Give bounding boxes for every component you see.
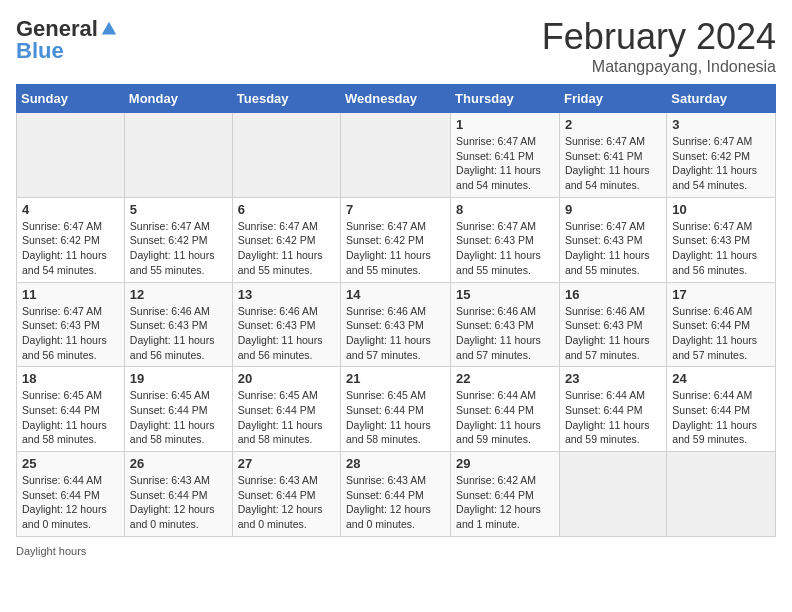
calendar-cell: 4Sunrise: 6:47 AM Sunset: 6:42 PM Daylig… — [17, 197, 125, 282]
day-info: Sunrise: 6:46 AM Sunset: 6:43 PM Dayligh… — [238, 304, 335, 363]
day-info: Sunrise: 6:45 AM Sunset: 6:44 PM Dayligh… — [238, 388, 335, 447]
day-number: 9 — [565, 202, 661, 217]
location-title: Matangpayang, Indonesia — [542, 58, 776, 76]
day-number: 24 — [672, 371, 770, 386]
day-number: 29 — [456, 456, 554, 471]
calendar-cell: 14Sunrise: 6:46 AM Sunset: 6:43 PM Dayli… — [341, 282, 451, 367]
calendar-week-row: 25Sunrise: 6:44 AM Sunset: 6:44 PM Dayli… — [17, 452, 776, 537]
day-number: 2 — [565, 117, 661, 132]
day-number: 15 — [456, 287, 554, 302]
header-tuesday: Tuesday — [232, 85, 340, 113]
daylight-hours-label: Daylight hours — [16, 545, 86, 557]
day-number: 17 — [672, 287, 770, 302]
day-info: Sunrise: 6:46 AM Sunset: 6:43 PM Dayligh… — [346, 304, 445, 363]
day-info: Sunrise: 6:47 AM Sunset: 6:41 PM Dayligh… — [456, 134, 554, 193]
calendar-cell: 23Sunrise: 6:44 AM Sunset: 6:44 PM Dayli… — [559, 367, 666, 452]
calendar-cell: 1Sunrise: 6:47 AM Sunset: 6:41 PM Daylig… — [451, 113, 560, 198]
day-info: Sunrise: 6:47 AM Sunset: 6:42 PM Dayligh… — [130, 219, 227, 278]
calendar-cell — [341, 113, 451, 198]
calendar-cell: 13Sunrise: 6:46 AM Sunset: 6:43 PM Dayli… — [232, 282, 340, 367]
header-monday: Monday — [124, 85, 232, 113]
day-number: 11 — [22, 287, 119, 302]
month-title: February 2024 — [542, 16, 776, 58]
header-friday: Friday — [559, 85, 666, 113]
day-info: Sunrise: 6:43 AM Sunset: 6:44 PM Dayligh… — [238, 473, 335, 532]
calendar-cell: 24Sunrise: 6:44 AM Sunset: 6:44 PM Dayli… — [667, 367, 776, 452]
day-info: Sunrise: 6:43 AM Sunset: 6:44 PM Dayligh… — [130, 473, 227, 532]
calendar-cell — [124, 113, 232, 198]
calendar-cell — [17, 113, 125, 198]
day-number: 25 — [22, 456, 119, 471]
logo: General Blue — [16, 16, 118, 64]
day-info: Sunrise: 6:47 AM Sunset: 6:43 PM Dayligh… — [22, 304, 119, 363]
calendar-cell — [232, 113, 340, 198]
day-number: 20 — [238, 371, 335, 386]
header-sunday: Sunday — [17, 85, 125, 113]
calendar-cell: 21Sunrise: 6:45 AM Sunset: 6:44 PM Dayli… — [341, 367, 451, 452]
calendar-header-row: SundayMondayTuesdayWednesdayThursdayFrid… — [17, 85, 776, 113]
logo-icon — [100, 20, 118, 38]
calendar-cell: 27Sunrise: 6:43 AM Sunset: 6:44 PM Dayli… — [232, 452, 340, 537]
day-number: 14 — [346, 287, 445, 302]
day-info: Sunrise: 6:47 AM Sunset: 6:43 PM Dayligh… — [565, 219, 661, 278]
day-info: Sunrise: 6:45 AM Sunset: 6:44 PM Dayligh… — [130, 388, 227, 447]
calendar-cell: 15Sunrise: 6:46 AM Sunset: 6:43 PM Dayli… — [451, 282, 560, 367]
day-info: Sunrise: 6:44 AM Sunset: 6:44 PM Dayligh… — [672, 388, 770, 447]
calendar-cell — [667, 452, 776, 537]
calendar-cell: 3Sunrise: 6:47 AM Sunset: 6:42 PM Daylig… — [667, 113, 776, 198]
day-info: Sunrise: 6:47 AM Sunset: 6:41 PM Dayligh… — [565, 134, 661, 193]
calendar-cell: 10Sunrise: 6:47 AM Sunset: 6:43 PM Dayli… — [667, 197, 776, 282]
day-number: 27 — [238, 456, 335, 471]
calendar-cell: 26Sunrise: 6:43 AM Sunset: 6:44 PM Dayli… — [124, 452, 232, 537]
title-block: February 2024 Matangpayang, Indonesia — [542, 16, 776, 76]
day-number: 7 — [346, 202, 445, 217]
calendar-cell: 6Sunrise: 6:47 AM Sunset: 6:42 PM Daylig… — [232, 197, 340, 282]
day-info: Sunrise: 6:47 AM Sunset: 6:43 PM Dayligh… — [456, 219, 554, 278]
day-number: 8 — [456, 202, 554, 217]
calendar-cell: 28Sunrise: 6:43 AM Sunset: 6:44 PM Dayli… — [341, 452, 451, 537]
day-info: Sunrise: 6:45 AM Sunset: 6:44 PM Dayligh… — [22, 388, 119, 447]
calendar-cell: 16Sunrise: 6:46 AM Sunset: 6:43 PM Dayli… — [559, 282, 666, 367]
day-number: 12 — [130, 287, 227, 302]
day-number: 21 — [346, 371, 445, 386]
calendar-cell: 2Sunrise: 6:47 AM Sunset: 6:41 PM Daylig… — [559, 113, 666, 198]
calendar-table: SundayMondayTuesdayWednesdayThursdayFrid… — [16, 84, 776, 537]
footer: Daylight hours — [16, 545, 776, 557]
calendar-cell — [559, 452, 666, 537]
svg-marker-0 — [102, 22, 116, 35]
day-number: 13 — [238, 287, 335, 302]
day-info: Sunrise: 6:45 AM Sunset: 6:44 PM Dayligh… — [346, 388, 445, 447]
calendar-week-row: 1Sunrise: 6:47 AM Sunset: 6:41 PM Daylig… — [17, 113, 776, 198]
day-number: 19 — [130, 371, 227, 386]
day-info: Sunrise: 6:46 AM Sunset: 6:43 PM Dayligh… — [130, 304, 227, 363]
day-info: Sunrise: 6:47 AM Sunset: 6:43 PM Dayligh… — [672, 219, 770, 278]
day-info: Sunrise: 6:44 AM Sunset: 6:44 PM Dayligh… — [22, 473, 119, 532]
day-info: Sunrise: 6:42 AM Sunset: 6:44 PM Dayligh… — [456, 473, 554, 532]
day-info: Sunrise: 6:47 AM Sunset: 6:42 PM Dayligh… — [238, 219, 335, 278]
day-number: 6 — [238, 202, 335, 217]
calendar-week-row: 11Sunrise: 6:47 AM Sunset: 6:43 PM Dayli… — [17, 282, 776, 367]
day-info: Sunrise: 6:43 AM Sunset: 6:44 PM Dayligh… — [346, 473, 445, 532]
day-info: Sunrise: 6:47 AM Sunset: 6:42 PM Dayligh… — [346, 219, 445, 278]
calendar-cell: 7Sunrise: 6:47 AM Sunset: 6:42 PM Daylig… — [341, 197, 451, 282]
calendar-cell: 22Sunrise: 6:44 AM Sunset: 6:44 PM Dayli… — [451, 367, 560, 452]
day-info: Sunrise: 6:44 AM Sunset: 6:44 PM Dayligh… — [565, 388, 661, 447]
header-saturday: Saturday — [667, 85, 776, 113]
calendar-cell: 25Sunrise: 6:44 AM Sunset: 6:44 PM Dayli… — [17, 452, 125, 537]
calendar-cell: 18Sunrise: 6:45 AM Sunset: 6:44 PM Dayli… — [17, 367, 125, 452]
calendar-week-row: 4Sunrise: 6:47 AM Sunset: 6:42 PM Daylig… — [17, 197, 776, 282]
calendar-cell: 20Sunrise: 6:45 AM Sunset: 6:44 PM Dayli… — [232, 367, 340, 452]
calendar-cell: 5Sunrise: 6:47 AM Sunset: 6:42 PM Daylig… — [124, 197, 232, 282]
day-number: 22 — [456, 371, 554, 386]
calendar-cell: 8Sunrise: 6:47 AM Sunset: 6:43 PM Daylig… — [451, 197, 560, 282]
calendar-cell: 29Sunrise: 6:42 AM Sunset: 6:44 PM Dayli… — [451, 452, 560, 537]
day-number: 18 — [22, 371, 119, 386]
calendar-cell: 17Sunrise: 6:46 AM Sunset: 6:44 PM Dayli… — [667, 282, 776, 367]
page-header: General Blue February 2024 Matangpayang,… — [16, 16, 776, 76]
day-info: Sunrise: 6:46 AM Sunset: 6:43 PM Dayligh… — [565, 304, 661, 363]
day-number: 23 — [565, 371, 661, 386]
day-info: Sunrise: 6:46 AM Sunset: 6:44 PM Dayligh… — [672, 304, 770, 363]
day-number: 28 — [346, 456, 445, 471]
calendar-week-row: 18Sunrise: 6:45 AM Sunset: 6:44 PM Dayli… — [17, 367, 776, 452]
calendar-cell: 19Sunrise: 6:45 AM Sunset: 6:44 PM Dayli… — [124, 367, 232, 452]
